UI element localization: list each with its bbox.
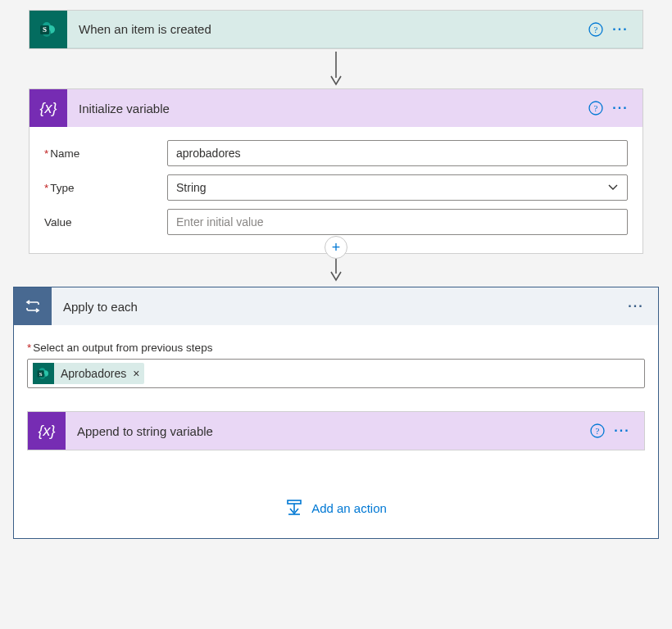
add-action-icon xyxy=(285,498,303,518)
select-output-input[interactable]: S Aprobadores × xyxy=(27,359,645,388)
apply-to-each-card: Apply to each ··· *Select an output from… xyxy=(13,287,659,539)
append-variable-header[interactable]: {x} Append to string variable ? ··· xyxy=(28,412,644,450)
type-select[interactable]: String xyxy=(167,174,628,201)
init-variable-card: {x} Initialize variable ? ··· *Name *Typ… xyxy=(29,88,643,254)
apply-to-each-header[interactable]: Apply to each ··· xyxy=(14,287,658,325)
init-variable-header[interactable]: {x} Initialize variable ? ··· xyxy=(30,89,642,127)
apply-to-each-title: Apply to each xyxy=(52,300,624,314)
svg-text:?: ? xyxy=(596,426,600,436)
value-input[interactable] xyxy=(167,209,628,235)
trigger-title: When an item is created xyxy=(67,22,583,36)
svg-text:?: ? xyxy=(594,103,598,113)
append-variable-title: Append to string variable xyxy=(66,424,585,438)
select-output-label: *Select an output from previous steps xyxy=(27,342,645,354)
add-action-label: Add an action xyxy=(311,501,387,515)
sharepoint-icon: S xyxy=(33,363,54,384)
svg-text:S: S xyxy=(39,371,43,377)
init-variable-title: Initialize variable xyxy=(67,102,583,115)
name-label: *Name xyxy=(44,147,167,160)
token-label: Aprobadores xyxy=(61,367,126,380)
loop-icon xyxy=(14,287,52,325)
type-select-value: String xyxy=(176,181,207,194)
variable-icon: {x} xyxy=(28,412,66,450)
dynamic-content-token[interactable]: S Aprobadores × xyxy=(33,363,144,384)
type-label: *Type xyxy=(44,182,167,194)
connector-arrow xyxy=(29,49,643,88)
more-icon[interactable]: ··· xyxy=(624,294,648,319)
svg-rect-18 xyxy=(288,500,301,504)
trigger-header[interactable]: S When an item is created ? ··· xyxy=(30,11,642,48)
append-variable-card: {x} Append to string variable ? ··· xyxy=(27,411,645,450)
variable-icon: {x} xyxy=(30,89,67,127)
token-remove-icon[interactable]: × xyxy=(133,367,139,380)
more-icon[interactable]: ··· xyxy=(610,419,634,443)
more-icon[interactable]: ··· xyxy=(608,17,633,42)
value-label: Value xyxy=(44,216,167,229)
help-icon[interactable]: ? xyxy=(583,17,608,42)
insert-step-button[interactable]: + xyxy=(325,236,347,259)
help-icon[interactable]: ? xyxy=(583,96,608,120)
apply-to-each-body: *Select an output from previous steps S … xyxy=(14,325,658,538)
add-action-button[interactable]: Add an action xyxy=(27,498,645,518)
sharepoint-icon: S xyxy=(30,11,67,48)
connector-arrow xyxy=(29,256,643,283)
init-variable-body: *Name *Type String Value xyxy=(30,127,642,253)
svg-text:?: ? xyxy=(594,25,598,34)
help-icon[interactable]: ? xyxy=(585,419,610,443)
more-icon[interactable]: ··· xyxy=(608,96,633,120)
trigger-card: S When an item is created ? ··· xyxy=(29,10,643,49)
chevron-down-icon xyxy=(607,182,619,193)
svg-text:S: S xyxy=(43,25,47,34)
insert-step-area: + xyxy=(29,239,643,256)
name-input[interactable] xyxy=(167,140,628,166)
